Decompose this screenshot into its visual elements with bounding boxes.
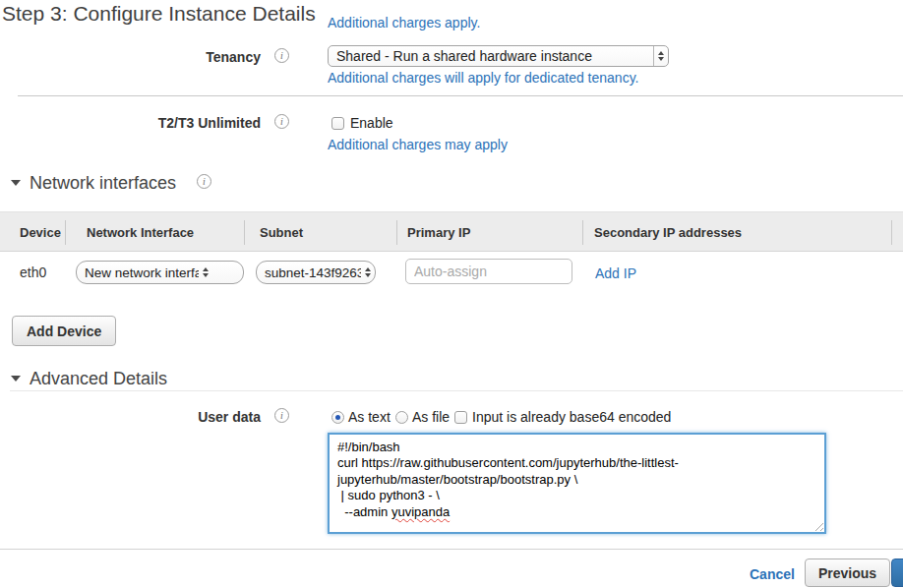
dedicated-tenancy-charges-link[interactable]: Additional charges will apply for dedica…	[328, 70, 638, 86]
column-divider	[582, 220, 583, 245]
next-button[interactable]	[891, 559, 903, 587]
as-file-label[interactable]: As file	[412, 409, 450, 425]
cancel-link[interactable]: Cancel	[750, 566, 795, 582]
divider	[10, 390, 903, 391]
user-data-label: User data	[0, 409, 261, 425]
as-text-label[interactable]: As text	[348, 409, 391, 425]
add-ip-link[interactable]: Add IP	[595, 265, 636, 281]
primary-ip-column-header: Primary IP	[407, 225, 470, 240]
advanced-details-section-title[interactable]: Advanced Details	[30, 369, 167, 389]
column-divider	[396, 220, 397, 245]
subnet-select[interactable]: subnet-143f9263	[256, 261, 376, 284]
user-data-info-icon[interactable]: i	[274, 408, 289, 423]
unlimited-charges-link[interactable]: Additional charges may apply	[328, 137, 508, 152]
divider	[18, 95, 903, 96]
select-stepper-icon	[361, 267, 375, 277]
secondary-ip-column-header: Secondary IP addresses	[594, 225, 742, 240]
arrow-up-icon	[658, 51, 664, 55]
tenancy-label: Tenancy	[0, 49, 261, 65]
column-divider	[65, 220, 66, 245]
collapse-triangle-icon[interactable]	[11, 376, 21, 382]
resize-handle-icon[interactable]	[813, 520, 823, 531]
script-line: #!/bin/bash	[337, 440, 816, 455]
subnet-column-header: Subnet	[260, 225, 303, 240]
additional-charges-apply-link[interactable]: Additional charges apply.	[328, 15, 480, 30]
t2t3-info-icon[interactable]: i	[274, 114, 289, 129]
base64-encoded-label[interactable]: Input is already base64 encoded	[472, 409, 671, 425]
arrow-down-icon	[658, 57, 664, 61]
column-divider	[891, 220, 892, 245]
tenancy-select-value: Shared - Run a shared hardware instance	[329, 48, 653, 64]
network-interface-select-value: New network interface	[77, 265, 199, 280]
subnet-select-value: subnet-143f9263	[257, 265, 361, 280]
arrow-down-icon	[365, 273, 371, 277]
arrow-down-icon	[203, 273, 209, 277]
arrow-up-icon	[203, 267, 209, 271]
divider	[0, 549, 903, 550]
arrow-up-icon	[365, 267, 371, 271]
primary-ip-input[interactable]	[405, 259, 572, 284]
network-interface-select[interactable]: New network interface	[76, 261, 244, 284]
configure-instance-details-page: Step 3: Configure Instance Details Addit…	[0, 0, 903, 588]
tenancy-info-icon[interactable]: i	[274, 48, 289, 63]
as-text-radio[interactable]	[331, 411, 344, 424]
t2t3-unlimited-label: T2/T3 Unlimited	[0, 115, 261, 131]
enable-unlimited-checkbox[interactable]	[331, 117, 344, 130]
script-line: | sudo python3 - \	[337, 488, 816, 503]
base64-encoded-checkbox[interactable]	[454, 411, 467, 424]
column-divider	[244, 220, 245, 245]
as-file-radio[interactable]	[395, 411, 408, 424]
device-column-header: Device	[20, 225, 61, 240]
select-stepper-icon	[653, 46, 668, 66]
tenancy-select[interactable]: Shared - Run a shared hardware instance	[328, 45, 669, 67]
network-interfaces-info-icon[interactable]: i	[197, 174, 211, 189]
network-interfaces-section-title[interactable]: Network interfaces	[30, 173, 176, 194]
select-stepper-icon	[199, 267, 212, 277]
script-line: curl https://raw.githubusercontent.com/j…	[337, 455, 816, 471]
device-name: eth0	[20, 265, 46, 280]
script-line-prefix: --admin	[337, 504, 391, 519]
script-line: --admin yuvipanda	[337, 504, 816, 520]
enable-label[interactable]: Enable	[350, 115, 393, 131]
script-line: jupyterhub/master/bootstrap/bootstrap.py…	[337, 472, 816, 488]
misspelled-word: yuvipanda	[391, 504, 450, 519]
user-data-textarea[interactable]: #!/bin/bash curl https://raw.githubuserc…	[328, 433, 826, 534]
add-device-button[interactable]: Add Device	[12, 316, 116, 346]
collapse-triangle-icon[interactable]	[11, 180, 21, 186]
network-interface-column-header: Network Interface	[87, 225, 194, 240]
network-table-header: Device Network Interface Subnet Primary …	[0, 211, 903, 252]
previous-button[interactable]: Previous	[805, 559, 890, 587]
page-title: Step 3: Configure Instance Details	[2, 2, 316, 26]
